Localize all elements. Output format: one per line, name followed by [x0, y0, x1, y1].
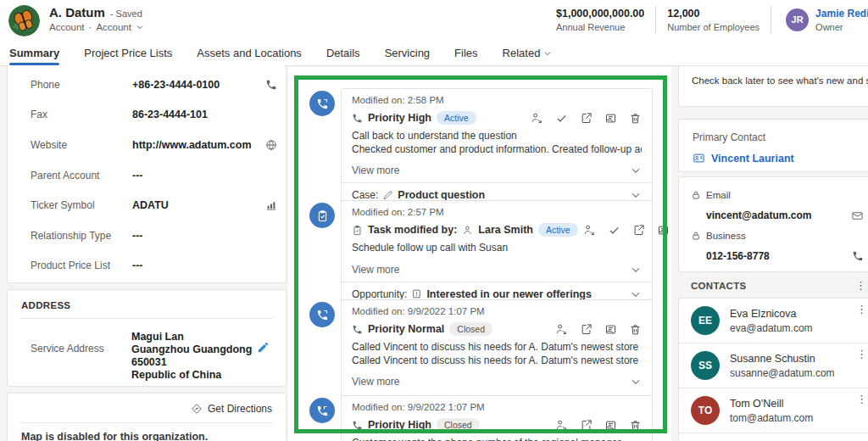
assistant-card: Check back later to see what's new and s… [678, 65, 868, 107]
phone-icon[interactable] [262, 79, 277, 91]
field-value[interactable]: http://www.adatum.com [132, 139, 262, 151]
chevron-down-icon[interactable] [630, 264, 642, 276]
complete-icon[interactable] [608, 224, 620, 237]
contact-list-item[interactable]: SS Susanne Schustin susanne@adatum.com ⋮ [679, 343, 868, 388]
contact-email[interactable]: tom@adatum.com [730, 412, 813, 424]
related-record-prefix: Opportunity: [352, 288, 407, 300]
tab-project-price-lists[interactable]: Project Price Lists [84, 41, 172, 65]
phone-value[interactable]: 012-156-8778 [706, 250, 770, 262]
get-directions-button[interactable]: Get Directions [21, 394, 272, 422]
service-address-value[interactable]: Magui Lan Guangzhou Guangdong 650031 Rep… [131, 331, 257, 382]
tab-summary[interactable]: Summary [9, 41, 59, 65]
phone-icon[interactable] [852, 250, 864, 262]
modified-on: Modified on: 2:58 PM [352, 95, 642, 105]
primary-contact-label: Primary Contact [693, 131, 860, 143]
view-more-link[interactable]: View more [352, 165, 399, 176]
delete-icon[interactable] [629, 323, 642, 336]
delete-icon[interactable] [629, 112, 642, 125]
owner-link[interactable]: Jamie Reding (Sample Data) [815, 8, 868, 20]
contact-list-item[interactable]: TO Tom O'Neill tom@adatum.com ⋮ [679, 388, 868, 433]
assign-icon[interactable] [531, 112, 543, 125]
delete-icon[interactable] [629, 419, 642, 432]
phone-call-activity-icon [309, 91, 335, 116]
email-label-row: Email [691, 186, 864, 204]
chevron-down-icon[interactable] [630, 376, 642, 388]
contact-list-item[interactable]: EE Eva Elznicova eva@adatum.com ⋮ [679, 299, 868, 343]
field-label: Phone [31, 79, 132, 91]
stock-chart-icon[interactable] [262, 199, 277, 211]
edit-pencil-icon[interactable] [257, 331, 272, 382]
tab-servicing[interactable]: Servicing [385, 41, 430, 65]
more-vertical-icon[interactable]: ⋮ [853, 302, 868, 316]
chevron-down-icon[interactable] [630, 165, 642, 176]
open-record-icon[interactable] [632, 224, 645, 237]
activity-title[interactable]: Lara Smith [478, 224, 533, 236]
assign-icon[interactable] [555, 323, 568, 336]
chevron-down-icon [543, 49, 552, 58]
field-phone: Phone +86-23-4444-0100 [8, 70, 286, 100]
email-send-icon[interactable] [851, 209, 864, 222]
view-more-link[interactable]: View more [352, 376, 399, 388]
status-badge: Closed [449, 322, 492, 336]
status-badge: Active [538, 223, 578, 237]
chevron-down-icon[interactable] [136, 23, 144, 31]
form-selector[interactable]: Account [96, 22, 131, 32]
activity-body-line: Customer wants the phone number of the r… [352, 437, 642, 441]
field-value[interactable]: 86-23-4444-101 [132, 109, 262, 120]
chevron-down-icon[interactable] [630, 288, 642, 300]
open-record-icon[interactable] [580, 112, 593, 125]
contact-email[interactable]: susanne@adatum.com [730, 367, 835, 379]
contact-name[interactable]: Eva Elznicova [730, 308, 813, 320]
status-badge: Closed [437, 418, 480, 432]
field-value[interactable]: --- [132, 170, 262, 181]
activity-title[interactable]: Priority High [368, 112, 431, 124]
tab-details[interactable]: Details [326, 41, 360, 65]
field-product-price-list: Product Price List --- [8, 251, 286, 282]
globe-icon[interactable] [262, 139, 277, 151]
complete-icon[interactable] [555, 112, 568, 125]
contact-card-icon [693, 152, 705, 165]
view-more-link[interactable]: View more [352, 264, 399, 276]
tab-related[interactable]: Related [503, 41, 553, 65]
assign-icon[interactable] [583, 224, 596, 237]
field-value[interactable]: +86-23-4444-0100 [132, 79, 262, 91]
primary-contact-link[interactable]: Vincent Lauriant [711, 153, 794, 165]
more-vertical-icon[interactable]: ⋮ [852, 278, 868, 293]
field-value[interactable]: --- [132, 260, 262, 271]
open-record-icon[interactable] [580, 419, 593, 432]
activity-body-line: Called Vincent to discuss his needs for … [352, 354, 642, 368]
more-vertical-icon[interactable]: ⋮ [853, 347, 868, 361]
divider [771, 6, 771, 33]
field-value[interactable]: --- [132, 230, 262, 242]
phone-value-row: 012-156-8778 [691, 245, 864, 267]
field-service-address: Service Address Magui Lan Guangzhou Guan… [21, 319, 272, 382]
activity-title[interactable]: Priority Normal [368, 323, 444, 335]
open-record-icon[interactable] [580, 323, 593, 336]
field-value[interactable]: ADATU [132, 199, 262, 211]
related-record-link[interactable]: Product question [398, 189, 485, 201]
note-icon[interactable] [604, 419, 617, 432]
contact-email[interactable]: eva@adatum.com [730, 322, 813, 334]
tab-files[interactable]: Files [454, 41, 477, 65]
primary-contact-link-row[interactable]: Vincent Lauriant [693, 152, 860, 165]
timeline-panel: Modified on: 2:58 PM Priority High Activ… [288, 67, 671, 441]
entity-type-label: Account [49, 22, 85, 32]
note-icon[interactable] [604, 323, 617, 336]
tab-assets-and-locations[interactable]: Assets and Locations [197, 41, 302, 65]
annual-revenue-value[interactable]: $1,000,000,000.00 [556, 8, 644, 20]
task-activity-icon [309, 203, 335, 228]
activity-title[interactable]: Priority High [368, 419, 431, 431]
timeline-card: Modified on: 9/9/2022 1:07 PM Priority H… [341, 395, 653, 441]
employees-value[interactable]: 12,000 [667, 8, 760, 20]
more-vertical-icon[interactable]: ⋮ [853, 392, 868, 406]
chevron-down-icon[interactable] [630, 189, 642, 201]
contact-avatar: TO [691, 396, 720, 425]
account-page: A. Datum - Saved Account · Account $1,00… [0, 0, 868, 441]
note-icon[interactable] [604, 112, 617, 125]
contact-name[interactable]: Tom O'Neill [730, 398, 813, 410]
assign-icon[interactable] [555, 419, 568, 432]
related-record-link[interactable]: Interested in our newer offerings [426, 288, 591, 300]
email-value[interactable]: vincent@adatum.com [706, 209, 811, 221]
note-icon[interactable] [657, 224, 670, 237]
contact-name[interactable]: Susanne Schustin [730, 353, 835, 365]
